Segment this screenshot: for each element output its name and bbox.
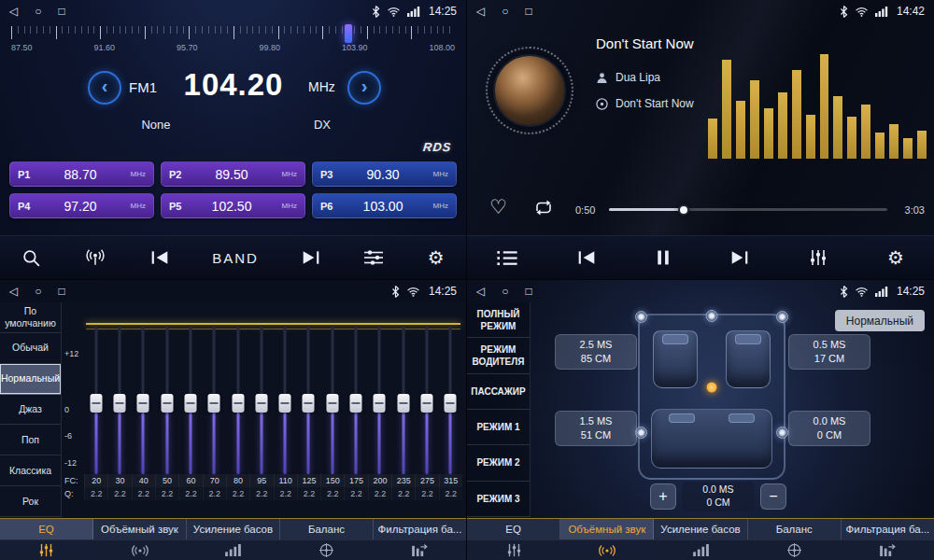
delay-front-left-button[interactable]: 2.5 MS 85 CM [555, 334, 637, 370]
listening-position-dot[interactable] [707, 382, 717, 392]
eq-preset-item[interactable]: Нормальный [0, 364, 61, 395]
nav-recents-icon[interactable]: □ [525, 0, 531, 22]
eq-band-slider[interactable] [320, 327, 344, 474]
nav-home-icon[interactable]: ○ [502, 0, 508, 22]
tuner-scale[interactable]: 87.5091.6095.7099.80103.90108.00 [11, 25, 455, 59]
eq-shortcut-icon[interactable] [0, 540, 93, 560]
slider-knob[interactable] [184, 394, 196, 413]
album-art[interactable] [486, 47, 573, 134]
increase-delay-button[interactable]: + [650, 483, 676, 510]
audio-tab[interactable]: Фильтрация ба... [374, 519, 466, 539]
tune-down-button[interactable]: ‹ [88, 71, 121, 105]
slider-knob[interactable] [232, 394, 244, 413]
eq-band-slider[interactable] [107, 327, 131, 474]
progress-knob[interactable] [678, 204, 689, 216]
scan-broadcast-button[interactable] [84, 249, 106, 266]
eq-preset-item[interactable]: Классика [0, 455, 61, 486]
nav-back-icon[interactable]: ◁ [476, 0, 485, 22]
audio-tab[interactable]: EQ [467, 519, 560, 539]
listening-mode-item[interactable]: РЕЖИМ ВОДИТЕЛЯ [467, 338, 530, 373]
eq-sliders-button[interactable] [809, 249, 828, 266]
eq-band-slider[interactable] [439, 327, 462, 474]
preset-button[interactable]: P3 90.30 MHz [312, 161, 457, 187]
audio-tab[interactable]: EQ [0, 519, 93, 539]
nav-recents-icon[interactable]: □ [525, 280, 531, 302]
balance-shortcut-icon[interactable] [747, 540, 841, 560]
listening-mode-item[interactable]: РЕЖИМ 2 [467, 445, 530, 481]
tune-up-button[interactable]: › [347, 71, 381, 105]
nav-home-icon[interactable]: ○ [35, 280, 41, 302]
slider-knob[interactable] [445, 394, 457, 413]
audio-tab[interactable]: Баланс [280, 519, 374, 539]
eq-preset-item[interactable]: Рок [0, 486, 61, 517]
slider-knob[interactable] [374, 394, 386, 413]
listening-mode-item[interactable]: ПОЛНЫЙ РЕЖИМ [467, 302, 530, 338]
listening-mode-item[interactable]: ПАССАЖИР [467, 374, 530, 410]
bass-boost-shortcut-icon[interactable] [654, 540, 747, 560]
listening-mode-item[interactable]: РЕЖИМ 1 [467, 410, 530, 445]
nav-back-icon[interactable]: ◁ [9, 0, 18, 22]
filter-shortcut-icon[interactable] [841, 540, 934, 560]
eq-band-slider[interactable] [297, 327, 320, 474]
audio-tab[interactable]: Объёмный звук [93, 519, 187, 539]
surround-shortcut-icon[interactable] [560, 540, 654, 560]
audio-tab[interactable]: Объёмный звук [560, 519, 654, 539]
next-station-button[interactable] [302, 250, 320, 265]
eq-band-slider[interactable] [132, 327, 155, 474]
pause-button[interactable] [656, 250, 671, 265]
playlist-button[interactable] [497, 250, 517, 266]
listening-mode-item[interactable]: РЕЖИМ 3 [467, 482, 530, 517]
settings-button[interactable]: ⚙ [887, 248, 904, 267]
settings-button[interactable]: ⚙ [428, 248, 445, 267]
repeat-button[interactable] [532, 200, 555, 216]
nav-back-icon[interactable]: ◁ [9, 280, 18, 302]
slider-knob[interactable] [161, 394, 173, 413]
bass-boost-shortcut-icon[interactable] [187, 540, 280, 560]
slider-knob[interactable] [421, 394, 433, 413]
sound-profile-button[interactable]: Нормальный [835, 310, 925, 331]
eq-band-slider[interactable] [178, 327, 202, 474]
eq-band-slider[interactable] [368, 327, 391, 474]
eq-band-slider[interactable] [249, 327, 273, 474]
eq-preset-item[interactable]: Джаз [0, 395, 61, 426]
slider-knob[interactable] [137, 394, 149, 413]
previous-track-button[interactable] [577, 250, 596, 265]
next-track-button[interactable] [730, 250, 749, 265]
slider-knob[interactable] [350, 394, 362, 413]
preset-button[interactable]: P6 103.00 MHz [312, 193, 457, 218]
search-button[interactable] [21, 248, 41, 268]
eq-band-slider[interactable] [203, 327, 226, 474]
delay-front-right-button[interactable]: 0.5 MS 17 CM [788, 334, 870, 370]
slider-knob[interactable] [326, 394, 338, 413]
preset-button[interactable]: P4 97.20 MHz [9, 193, 154, 218]
slider-knob[interactable] [255, 394, 267, 413]
nav-recents-icon[interactable]: □ [58, 0, 64, 22]
delay-rear-right-button[interactable]: 0.0 MS 0 CM [788, 411, 870, 446]
audio-tab[interactable]: Усиление басов [187, 519, 280, 539]
previous-station-button[interactable] [150, 250, 169, 265]
filter-shortcut-icon[interactable] [373, 540, 466, 560]
eq-preset-item[interactable]: Поп [0, 425, 61, 455]
favorite-button[interactable]: ♡ [489, 196, 507, 218]
slider-knob[interactable] [397, 394, 409, 413]
decrease-delay-button[interactable]: − [760, 483, 786, 510]
nav-home-icon[interactable]: ○ [35, 0, 41, 22]
eq-band-slider[interactable] [274, 327, 297, 474]
slider-knob[interactable] [303, 394, 315, 413]
preset-button[interactable]: P2 89.50 MHz [161, 161, 305, 187]
eq-band-slider[interactable] [226, 327, 249, 474]
eq-band-slider[interactable] [84, 327, 107, 474]
nav-recents-icon[interactable]: □ [58, 280, 64, 302]
preset-button[interactable]: P1 88.70 MHz [9, 161, 154, 187]
surround-shortcut-icon[interactable] [93, 540, 187, 560]
eq-preset-item[interactable]: По умолчанию [0, 302, 61, 333]
eq-sliders-button[interactable] [363, 249, 384, 266]
slider-knob[interactable] [90, 394, 102, 413]
preset-button[interactable]: P5 102.50 MHz [161, 193, 305, 218]
balance-shortcut-icon[interactable] [279, 540, 373, 560]
progress-bar[interactable] [609, 208, 887, 211]
eq-band-slider[interactable] [155, 327, 178, 474]
slider-knob[interactable] [208, 394, 220, 413]
delay-rear-left-button[interactable]: 1.5 MS 51 CM [555, 411, 637, 446]
eq-band-slider[interactable] [391, 327, 415, 474]
